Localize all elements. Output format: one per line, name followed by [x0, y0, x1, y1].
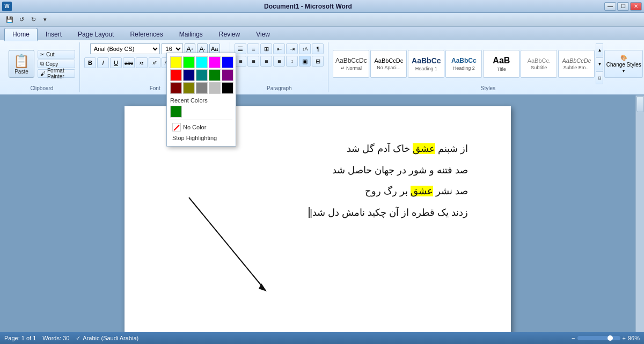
- tab-insert[interactable]: Insert: [38, 28, 70, 40]
- color-silver[interactable]: [209, 82, 221, 94]
- vertical-scrollbar[interactable]: [635, 96, 644, 332]
- cut-button[interactable]: ✂ Cut: [38, 50, 75, 58]
- styles-expand[interactable]: ⊟: [596, 71, 603, 84]
- color-dark-gray[interactable]: [196, 82, 208, 94]
- quick-access-toolbar: 💾 ↺ ↻ ▾: [0, 13, 644, 27]
- shading-button[interactable]: ▣: [299, 56, 311, 67]
- multilevel-button[interactable]: ⊞: [260, 43, 272, 54]
- tab-review[interactable]: Review: [211, 28, 248, 40]
- color-lime[interactable]: [183, 56, 195, 68]
- format-painter-button[interactable]: 🖌 Format Painter: [38, 69, 75, 78]
- style-heading2[interactable]: AaBbCc Heading 2: [445, 50, 482, 78]
- word-count: Words: 30: [42, 335, 69, 342]
- no-color-swatch: [172, 123, 181, 131]
- decrease-indent-button[interactable]: ⇤: [273, 43, 285, 54]
- italic-button[interactable]: I: [97, 57, 109, 68]
- text-line-3: صد نشر عشق بر رگ روح: [167, 181, 468, 202]
- strikethrough-button[interactable]: abc: [123, 57, 135, 68]
- underline-button[interactable]: U: [110, 57, 122, 68]
- ribbon-tabs: Home Insert Page Layout References Maili…: [0, 27, 644, 40]
- align-left-button[interactable]: ≡: [235, 56, 246, 67]
- save-qa-button[interactable]: 💾: [4, 14, 15, 25]
- color-maroon[interactable]: [170, 82, 182, 94]
- color-navy[interactable]: [183, 69, 195, 81]
- styles-scroll-up[interactable]: ▲: [596, 43, 603, 56]
- undo-qa-button[interactable]: ↺: [16, 14, 27, 25]
- copy-button[interactable]: ⧉ Copy: [38, 60, 75, 68]
- scroll-thumb[interactable]: [636, 96, 644, 112]
- tab-view[interactable]: View: [248, 28, 278, 40]
- no-spacing-label: No Spaci...: [377, 65, 400, 70]
- para-row2: ≡ ≡ ≡ ≡ ↕ ▣ ⊞: [235, 56, 324, 67]
- minimize-button[interactable]: —: [604, 2, 616, 11]
- color-magenta[interactable]: [209, 56, 221, 68]
- tab-home[interactable]: Home: [4, 28, 38, 41]
- color-cyan[interactable]: [196, 56, 208, 68]
- tab-references[interactable]: References: [122, 28, 171, 40]
- subscript-button[interactable]: x₂: [136, 57, 148, 68]
- document-container[interactable]: از شبنم عشق خاک آدم گل شد صد فتنه و شور …: [0, 96, 635, 332]
- no-color-item[interactable]: No Color: [170, 121, 232, 133]
- zoom-level: 96%: [628, 335, 640, 341]
- subtitle-preview: AaBbCc.: [528, 57, 551, 64]
- app-window: W Document1 - Microsoft Word — ☐ ✕ 💾 ↺ ↻…: [0, 0, 644, 344]
- change-styles-icon: 🎨: [620, 55, 627, 61]
- color-black[interactable]: [222, 82, 233, 94]
- color-teal[interactable]: [196, 69, 208, 81]
- title-bar-left: W: [2, 2, 12, 11]
- close-button[interactable]: ✕: [630, 2, 642, 11]
- sort-button[interactable]: ↕A: [299, 43, 311, 54]
- styles-scroll-down[interactable]: ▼: [596, 57, 603, 70]
- change-styles-arrow: ▾: [623, 69, 625, 74]
- borders-button[interactable]: ⊞: [312, 56, 324, 67]
- change-styles-button[interactable]: 🎨 Change Styles ▾: [604, 50, 643, 78]
- font-select[interactable]: Arial (Body CS): [90, 43, 160, 54]
- restore-button[interactable]: ☐: [617, 2, 629, 11]
- color-red[interactable]: [170, 69, 182, 81]
- align-right-button[interactable]: ≡: [260, 56, 272, 67]
- clipboard-small-buttons: ✂ Cut ⧉ Copy 🖌 Format Painter: [38, 50, 75, 78]
- style-subtitle[interactable]: AaBbCc. Subtitle: [521, 50, 557, 78]
- customize-qa-button[interactable]: ▾: [40, 14, 50, 25]
- recent-color-green[interactable]: [170, 106, 182, 118]
- subtitle-label: Subtitle: [531, 65, 547, 70]
- style-title[interactable]: AaB Title: [483, 50, 519, 78]
- redo-qa-button[interactable]: ↻: [28, 14, 39, 25]
- color-picker-popup: Recent Colors No Color Stop Highlighting: [166, 53, 236, 147]
- zoom-in-button[interactable]: +: [623, 335, 626, 341]
- justify-button[interactable]: ≡: [273, 56, 285, 67]
- paste-button[interactable]: 📋 Paste: [9, 50, 34, 78]
- color-olive[interactable]: [183, 82, 195, 94]
- show-hide-button[interactable]: ¶: [312, 43, 324, 54]
- color-yellow[interactable]: [170, 56, 182, 68]
- style-subtle-em[interactable]: AaBbCcDc Subtle Em...: [558, 50, 595, 78]
- h1-preview: AaBbCc: [412, 56, 441, 65]
- numbering-button[interactable]: ≡: [247, 43, 259, 54]
- main-area: از شبنم عشق خاک آدم گل شد صد فتنه و شور …: [0, 96, 644, 332]
- color-purple[interactable]: [222, 69, 233, 81]
- stop-highlighting-item[interactable]: Stop Highlighting: [170, 133, 232, 143]
- bold-button[interactable]: B: [84, 57, 96, 68]
- bullets-button[interactable]: ☰: [235, 43, 246, 54]
- style-normal[interactable]: AaBbCcDc ↵ Normal: [333, 50, 369, 78]
- color-blue[interactable]: [222, 56, 233, 68]
- recent-colors-label: Recent Colors: [170, 97, 232, 104]
- format-painter-icon: 🖌: [40, 71, 46, 77]
- normal-label: ↵ Normal: [341, 65, 362, 71]
- clipboard-label: Clipboard: [31, 85, 54, 91]
- paste-label: Paste: [14, 69, 28, 75]
- tab-mailings[interactable]: Mailings: [171, 28, 211, 40]
- tab-page-layout[interactable]: Page Layout: [70, 28, 122, 40]
- increase-indent-button[interactable]: ⇥: [286, 43, 298, 54]
- zoom-slider[interactable]: [577, 336, 620, 340]
- superscript-button[interactable]: x²: [149, 57, 160, 68]
- style-no-spacing[interactable]: AaBbCcDc No Spaci...: [370, 50, 407, 78]
- line-spacing-button[interactable]: ↕: [286, 56, 298, 67]
- paste-icon: 📋: [13, 54, 30, 69]
- color-green[interactable]: [209, 69, 221, 81]
- text-line-2: صد فتنه و شور در جهان حاصل شد: [167, 160, 468, 181]
- align-center-button[interactable]: ≡: [247, 56, 259, 67]
- zoom-out-button[interactable]: −: [572, 335, 575, 341]
- h1-label: Heading 1: [415, 66, 437, 71]
- style-heading1[interactable]: AaBbCc Heading 1: [408, 50, 444, 78]
